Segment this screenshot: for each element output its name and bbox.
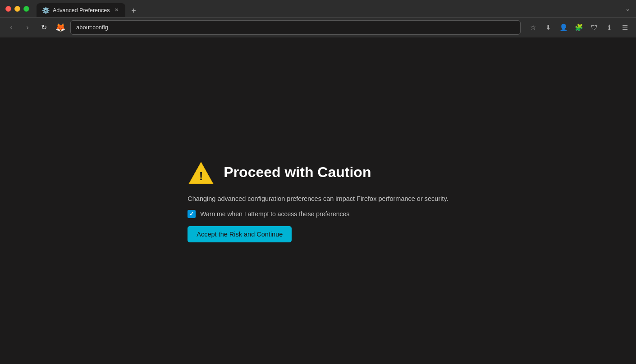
warn-checkbox-label[interactable]: Warn me when I attempt to access these p… bbox=[200, 210, 349, 218]
download-icon: ⬇ bbox=[545, 23, 551, 32]
back-icon: ‹ bbox=[10, 23, 12, 32]
traffic-lights bbox=[5, 6, 29, 12]
caution-header: ! Proceed with Caution bbox=[188, 159, 371, 186]
bookmark-icon: ☆ bbox=[530, 23, 536, 32]
firefox-logo: 🦊 bbox=[56, 23, 65, 32]
menu-icon: ☰ bbox=[622, 23, 628, 32]
close-button[interactable] bbox=[5, 6, 11, 12]
nav-icons-right: ☆ ⬇ 👤 🧩 🛡 ℹ ☰ bbox=[526, 21, 631, 34]
profile-icon: 👤 bbox=[559, 23, 568, 32]
profile-button[interactable]: 👤 bbox=[557, 21, 570, 34]
new-tab-button[interactable]: + bbox=[127, 5, 140, 17]
chevron-down-icon[interactable]: ⌄ bbox=[625, 5, 631, 12]
shield-button[interactable]: 🛡 bbox=[587, 21, 601, 34]
extensions-icon: 🧩 bbox=[575, 23, 583, 32]
tab-close-button[interactable]: ✕ bbox=[113, 7, 120, 14]
caution-description: Changing advanced configuration preferen… bbox=[188, 194, 448, 204]
title-bar: ⚙️ Advanced Preferences ✕ + ⌄ bbox=[0, 0, 636, 17]
active-tab[interactable]: ⚙️ Advanced Preferences ✕ bbox=[37, 3, 125, 17]
url-text: about:config bbox=[76, 24, 108, 31]
account-icon: ℹ bbox=[608, 23, 611, 32]
warn-checkbox-row: Warn me when I attempt to access these p… bbox=[188, 210, 349, 218]
page-title: Proceed with Caution bbox=[224, 164, 371, 181]
accept-risk-button[interactable]: Accept the Risk and Continue bbox=[188, 226, 292, 242]
forward-icon: › bbox=[26, 23, 28, 32]
maximize-button[interactable] bbox=[23, 6, 29, 12]
menu-button[interactable]: ☰ bbox=[618, 21, 631, 34]
tab-label: Advanced Preferences bbox=[53, 7, 110, 14]
svg-text:!: ! bbox=[199, 169, 203, 183]
title-bar-right: ⌄ bbox=[625, 5, 631, 12]
reload-icon: ↻ bbox=[41, 23, 47, 32]
back-button[interactable]: ‹ bbox=[5, 21, 18, 34]
nav-bar: ‹ › ↻ 🦊 about:config ☆ ⬇ 👤 🧩 🛡 ℹ ☰ bbox=[0, 17, 636, 37]
account-button[interactable]: ℹ bbox=[603, 21, 616, 34]
extensions-button[interactable]: 🧩 bbox=[572, 21, 586, 34]
reload-button[interactable]: ↻ bbox=[37, 21, 50, 34]
tabs-area: ⚙️ Advanced Preferences ✕ + bbox=[37, 0, 622, 17]
warn-checkbox[interactable] bbox=[188, 210, 196, 218]
content-area: ! Proceed with Caution Changing advanced… bbox=[0, 37, 636, 364]
caution-card: ! Proceed with Caution Changing advanced… bbox=[188, 159, 448, 243]
tab-gear-icon: ⚙️ bbox=[42, 7, 50, 14]
bookmark-button[interactable]: ☆ bbox=[526, 21, 540, 34]
download-button[interactable]: ⬇ bbox=[541, 21, 555, 34]
warning-triangle-icon: ! bbox=[188, 159, 215, 186]
forward-button[interactable]: › bbox=[21, 21, 34, 34]
address-bar[interactable]: about:config bbox=[70, 20, 521, 35]
minimize-button[interactable] bbox=[14, 6, 20, 12]
shield-icon: 🛡 bbox=[591, 23, 598, 31]
